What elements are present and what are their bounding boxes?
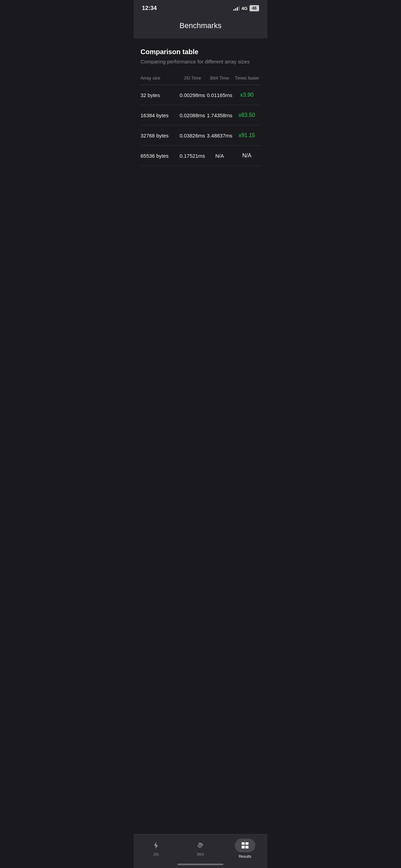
status-time: 12:34 — [142, 5, 157, 12]
section-subtitle: Comparing performance for different arra… — [141, 59, 260, 64]
section-title: Comparison table — [141, 48, 260, 56]
table-header: Array size JSI Time B64 Time Times faste… — [141, 75, 260, 85]
status-bar: 12:34 4G 46 — [134, 0, 267, 14]
cell-jsi-time: 0.00298ms — [179, 92, 206, 98]
battery-level: 46 — [250, 5, 259, 11]
table-row: 32768 bytes 0.03826ms 3.48837ms x91.15 — [141, 125, 260, 146]
table-row: 16384 bytes 0.02088ms 1.74358ms x83.50 — [141, 105, 260, 125]
cell-array-size: 65536 bytes — [141, 153, 179, 159]
col-header-jsi-time: JSI Time — [179, 75, 206, 81]
cell-b64-time: N/A — [206, 153, 233, 159]
cell-b64-time: 0.01165ms — [206, 92, 233, 98]
status-right: 4G 46 — [233, 5, 259, 11]
page-title: Benchmarks — [134, 21, 267, 30]
benchmark-table: Array size JSI Time B64 Time Times faste… — [141, 75, 260, 166]
cell-jsi-time: 0.02088ms — [179, 112, 206, 118]
page-header: Benchmarks — [134, 14, 267, 38]
col-header-array-size: Array size — [141, 75, 179, 81]
table-row: 32 bytes 0.00298ms 0.01165ms x3.90 — [141, 85, 260, 105]
battery-indicator: 46 — [250, 5, 259, 11]
cell-jsi-time: 0.03826ms — [179, 133, 206, 138]
signal-bars-icon — [233, 6, 240, 11]
col-header-times-faster: Times faster — [233, 75, 260, 81]
cell-times-faster: x91.15 — [233, 132, 260, 138]
table-body: 32 bytes 0.00298ms 0.01165ms x3.90 16384… — [141, 85, 260, 166]
cell-jsi-time: 0.17521ms — [179, 153, 206, 159]
cell-array-size: 16384 bytes — [141, 112, 179, 118]
cell-array-size: 32768 bytes — [141, 133, 179, 138]
cell-times-faster: x83.50 — [233, 112, 260, 118]
main-content: Comparison table Comparing performance f… — [134, 38, 267, 173]
col-header-b64-time: B64 Time — [206, 75, 233, 81]
cell-array-size: 32 bytes — [141, 92, 179, 98]
network-label: 4G — [242, 6, 247, 11]
cell-b64-time: 1.74358ms — [206, 112, 233, 118]
cell-times-faster: x3.90 — [233, 92, 260, 98]
table-row: 65536 bytes 0.17521ms N/A N/A — [141, 146, 260, 166]
cell-b64-time: 3.48837ms — [206, 133, 233, 138]
cell-times-faster: N/A — [233, 153, 260, 159]
